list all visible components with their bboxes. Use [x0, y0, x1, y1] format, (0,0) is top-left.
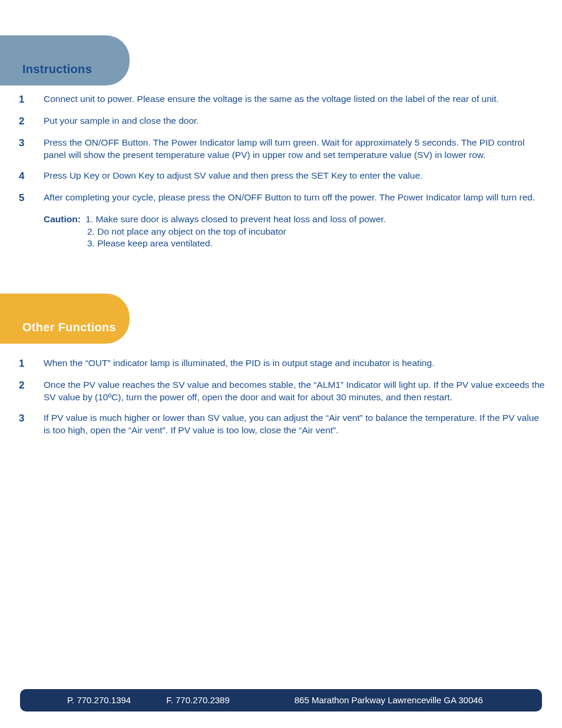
caution-line: 3. Please keep area ventilated. [44, 238, 548, 250]
footer-bar: P. 770.270.1394 F. 770.270.2389 865 Mara… [20, 689, 542, 711]
list-item: 2 Put your sample in and close the door. [19, 115, 548, 129]
item-number: 1 [19, 357, 44, 371]
item-text: After completing your cycle, please pres… [44, 192, 548, 205]
item-number: 2 [19, 379, 44, 404]
caution-block: Caution: 1. Make sure door is always clo… [19, 213, 548, 251]
list-item: 1 Connect unit to power. Please ensure t… [19, 93, 548, 107]
item-number: 1 [19, 93, 44, 107]
list-item: 2 Once the PV value reaches the SV value… [19, 379, 548, 404]
item-number: 4 [19, 170, 44, 183]
section-tab-other-functions: Other Functions [0, 294, 130, 344]
section-tab-instructions: Instructions [0, 35, 130, 85]
item-text: Once the PV value reaches the SV value a… [44, 379, 548, 404]
item-text: Connect unit to power. Please ensure the… [44, 93, 548, 107]
footer-fax: F. 770.270.2389 [166, 694, 230, 706]
other-functions-list: 1 When the “OUT” indicator lamp is illum… [19, 357, 548, 445]
caution-line: 1. Make sure door is always closed to pr… [85, 214, 386, 224]
item-text: When the “OUT” indicator lamp is illumin… [44, 357, 548, 371]
list-item: 4 Press Up Key or Down Key to adjust SV … [19, 170, 548, 183]
item-number: 2 [19, 115, 44, 129]
list-item: 1 When the “OUT” indicator lamp is illum… [19, 357, 548, 371]
list-item: 3 Press the ON/OFF Button. The Power Ind… [19, 137, 548, 162]
caution-line: 2. Do not place any object on the top of… [44, 226, 548, 238]
list-item: 5 After completing your cycle, please pr… [19, 192, 548, 205]
item-text: Put your sample in and close the door. [44, 115, 548, 129]
item-text: Press Up Key or Down Key to adjust SV va… [44, 170, 548, 183]
instructions-list: 1 Connect unit to power. Please ensure t… [19, 93, 548, 250]
item-number: 5 [19, 192, 44, 205]
list-item: 3 If PV value is much higher or lower th… [19, 412, 548, 437]
item-text: Press the ON/OFF Button. The Power Indic… [44, 137, 548, 162]
item-text: If PV value is much higher or lower than… [44, 412, 548, 437]
section-title-instructions: Instructions [22, 61, 92, 77]
item-number: 3 [19, 137, 44, 162]
item-number: 3 [19, 412, 44, 437]
footer-address: 865 Marathon Parkway Lawrenceville GA 30… [295, 694, 483, 706]
caution-label: Caution: [44, 214, 81, 224]
footer-phone: P. 770.270.1394 [67, 694, 131, 706]
section-title-other-functions: Other Functions [22, 319, 116, 335]
